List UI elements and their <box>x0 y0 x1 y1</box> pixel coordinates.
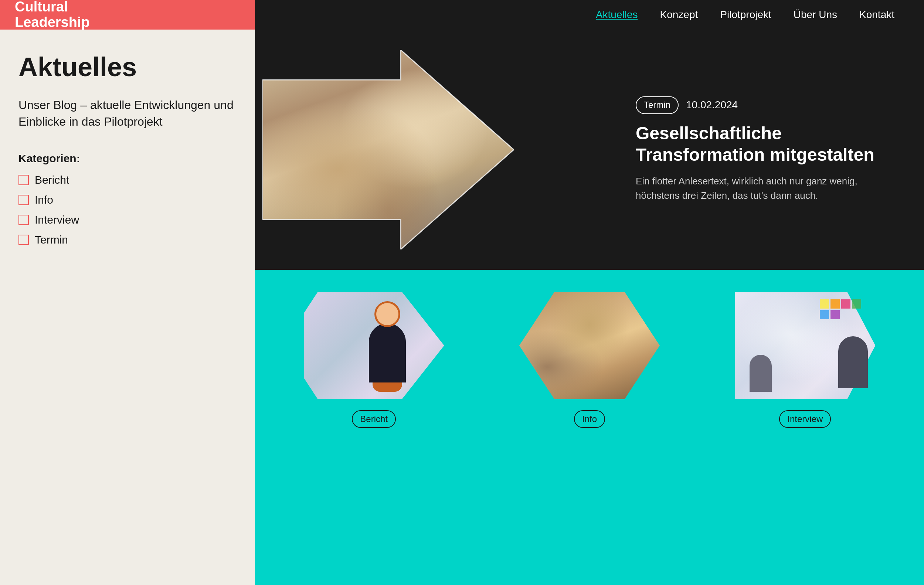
checkbox-info[interactable] <box>18 195 29 205</box>
hero-tag-badge: Termin <box>636 96 678 114</box>
main-layout: Aktuelles Unser Blog – aktuelle Entwickl… <box>0 30 924 585</box>
content-area: Termin 10.02.2024 Gesellschaftliche Tran… <box>255 30 924 585</box>
sidebar-subtitle: Unser Blog – aktuelle Entwicklungen und … <box>18 97 236 130</box>
card-bericht-image <box>304 292 444 399</box>
card-info-inner <box>519 292 660 399</box>
arrow-outline-svg <box>262 50 514 249</box>
hero-tag-row: Termin 10.02.2024 <box>636 96 894 114</box>
hero-section: Termin 10.02.2024 Gesellschaftliche Tran… <box>255 30 924 270</box>
card-info[interactable]: Info <box>493 292 686 428</box>
category-info[interactable]: Info <box>18 194 236 206</box>
sidebar: Aktuelles Unser Blog – aktuelle Entwickl… <box>0 30 255 585</box>
card-interview-image <box>735 292 875 399</box>
logo[interactable]: Cultural Leadership <box>15 0 90 30</box>
header: Cultural Leadership Aktuelles Konzept Pi… <box>0 0 924 30</box>
hero-text: Termin 10.02.2024 Gesellschaftliche Tran… <box>636 96 894 203</box>
card-bericht[interactable]: Bericht <box>277 292 470 428</box>
category-label-info: Info <box>35 194 53 206</box>
category-label-termin: Termin <box>35 234 68 246</box>
person-workshop-1 <box>838 336 868 388</box>
nav-item-ueber-uns[interactable]: Über Uns <box>794 9 837 21</box>
nav-item-pilotprojekt[interactable]: Pilotprojekt <box>720 9 771 21</box>
card-info-bg <box>519 292 660 399</box>
card-interview[interactable]: Interview <box>708 292 902 428</box>
person-figure <box>365 307 409 388</box>
checkbox-interview[interactable] <box>18 215 29 225</box>
sticky-notes <box>820 299 864 319</box>
hero-title: Gesellschaftliche Transformation mitgest… <box>636 123 894 165</box>
checkbox-termin[interactable] <box>18 235 29 245</box>
cards-section: Bericht Info <box>255 270 924 585</box>
person-body <box>369 323 406 382</box>
categories-label: Kategorien: <box>18 152 236 165</box>
card-bericht-tag[interactable]: Bericht <box>352 410 396 428</box>
hero-date: 10.02.2024 <box>686 99 738 111</box>
logo-area: Cultural Leadership <box>0 0 255 30</box>
card-info-tag[interactable]: Info <box>574 410 605 428</box>
category-interview[interactable]: Interview <box>18 214 236 226</box>
person-head <box>376 303 398 325</box>
nav-item-aktuelles[interactable]: Aktuelles <box>596 9 638 21</box>
category-label-interview: Interview <box>35 214 79 226</box>
card-interview-tag[interactable]: Interview <box>779 410 831 428</box>
nav-item-kontakt[interactable]: Kontakt <box>859 9 894 21</box>
person-workshop-2 <box>749 355 772 392</box>
hero-arrow-image <box>262 50 514 249</box>
main-nav: Aktuelles Konzept Pilotprojekt Über Uns … <box>255 0 924 30</box>
card-info-image <box>519 292 660 399</box>
checkbox-bericht[interactable] <box>18 175 29 185</box>
category-termin[interactable]: Termin <box>18 234 236 246</box>
nav-item-konzept[interactable]: Konzept <box>660 9 698 21</box>
page-title: Aktuelles <box>18 52 236 82</box>
category-bericht[interactable]: Bericht <box>18 174 236 186</box>
svg-marker-0 <box>262 50 514 249</box>
category-label-bericht: Bericht <box>35 174 69 186</box>
hero-description: Ein flotter Anlesertext, wirklich auch n… <box>636 175 894 203</box>
